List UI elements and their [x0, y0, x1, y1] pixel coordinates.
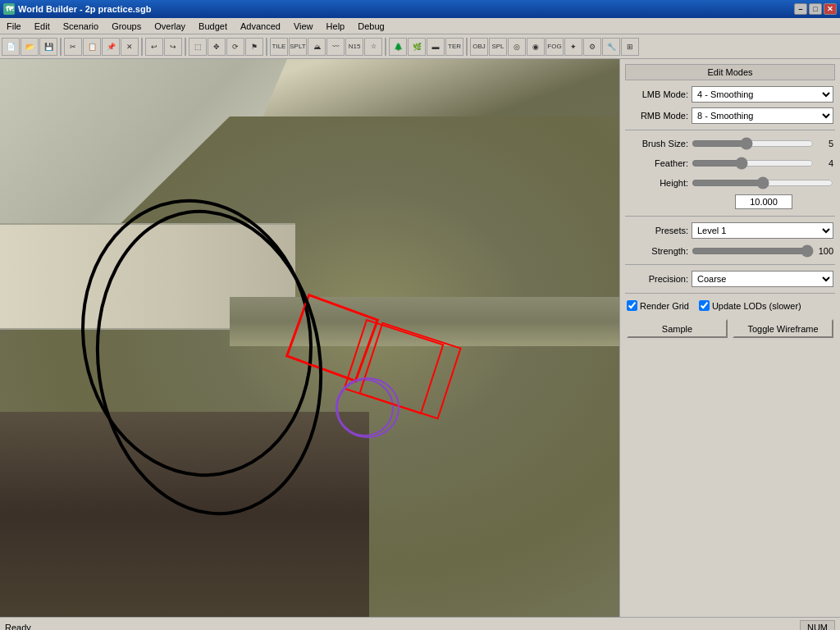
toolbar-paste[interactable]: 📌: [102, 38, 120, 56]
titlebar-buttons: – □ ✕: [794, 3, 837, 15]
feather-row: Feather: 4: [627, 156, 833, 171]
toolbar-save[interactable]: 💾: [39, 38, 57, 56]
toolbar-sep-3: [185, 38, 186, 56]
toolbar-delete[interactable]: ✕: [121, 38, 139, 56]
divider-1: [625, 130, 835, 130]
brush-size-label: Brush Size:: [627, 139, 688, 148]
strength-slider[interactable]: [692, 244, 814, 258]
right-panel: Edit Modes LMB Mode: 1 - Raise/Lower 2 -…: [619, 59, 840, 617]
strength-value: 100: [817, 246, 833, 256]
toolbar-sep-4: [266, 38, 267, 56]
maximize-button[interactable]: □: [809, 3, 822, 15]
update-lods-checkbox[interactable]: [699, 300, 710, 311]
toolbar-split[interactable]: SPLT: [289, 38, 307, 56]
num-lock-indicator: NUM: [800, 620, 835, 631]
toolbar-undo[interactable]: ↩: [145, 38, 163, 56]
menu-overlay[interactable]: Overlay: [148, 20, 192, 33]
rmb-mode-row: RMB Mode: 5 - Raise/Lower 6 - Flatten 7 …: [627, 107, 833, 124]
toolbar-sep-2: [141, 38, 143, 56]
menubar: File Edit Scenario Groups Overlay Budget…: [0, 18, 840, 34]
rmb-mode-select[interactable]: 5 - Raise/Lower 6 - Flatten 7 - Noise 8 …: [692, 107, 833, 124]
toggle-wireframe-button[interactable]: Toggle Wireframe: [733, 319, 833, 338]
menu-advanced[interactable]: Advanced: [234, 20, 287, 33]
menu-file[interactable]: File: [0, 20, 28, 33]
height-input[interactable]: [735, 194, 792, 209]
render-grid-checkbox[interactable]: [627, 300, 637, 311]
toolbar-fog[interactable]: FOG: [546, 38, 564, 56]
toolbar-ter[interactable]: TER: [445, 38, 463, 56]
action-buttons-row: Sample Toggle Wireframe: [627, 319, 833, 338]
lmb-mode-select[interactable]: 1 - Raise/Lower 2 - Flatten 3 - Noise 4 …: [692, 86, 833, 103]
height-slider[interactable]: [692, 176, 833, 190]
menu-view[interactable]: View: [287, 20, 320, 33]
precision-label: Precision:: [627, 274, 688, 284]
toolbar-water[interactable]: 〰: [326, 38, 345, 56]
edit-modes-header: Edit Modes: [625, 64, 835, 80]
feather-slider[interactable]: [692, 156, 814, 171]
main-area: Edit Modes LMB Mode: 1 - Raise/Lower 2 -…: [0, 59, 840, 617]
toolbar-terrain[interactable]: ⛰: [308, 38, 326, 56]
minimize-button[interactable]: –: [794, 3, 807, 15]
toolbar-env1[interactable]: ◎: [508, 38, 526, 56]
close-button[interactable]: ✕: [824, 3, 837, 15]
menu-groups[interactable]: Groups: [105, 20, 148, 33]
menu-scenario[interactable]: Scenario: [57, 20, 105, 33]
titlebar: 🗺 World Builder - 2p practice.sgb – □ ✕: [0, 0, 840, 18]
toolbar-flag[interactable]: ⚑: [245, 38, 263, 56]
toolbar-fx3[interactable]: 🔧: [602, 38, 620, 56]
height-label: Height:: [627, 178, 688, 188]
toolbar-bar[interactable]: ▬: [427, 38, 445, 56]
presets-label: Presets:: [627, 226, 688, 235]
toolbar-obj1[interactable]: OBJ: [470, 38, 488, 56]
toolbar-new[interactable]: 📄: [2, 38, 20, 56]
presets-row: Presets: Level 1 Level 2 Level 3 Level 4: [627, 222, 833, 239]
toolbar-rotate[interactable]: ⟳: [226, 38, 244, 56]
toolbar-n2[interactable]: ☆: [364, 38, 382, 56]
strength-row: Strength: 100: [627, 244, 833, 258]
precision-select[interactable]: Coarse Fine Very Fine: [692, 271, 833, 287]
divider-2: [625, 216, 835, 217]
toolbar-sep-6: [466, 38, 468, 56]
brush-size-slider[interactable]: [692, 136, 814, 151]
brush-size-value: 5: [817, 139, 833, 148]
toolbar-grass[interactable]: 🌿: [408, 38, 426, 56]
rmb-mode-dropdown-wrap: 5 - Raise/Lower 6 - Flatten 7 - Noise 8 …: [692, 107, 833, 124]
update-lods-label: Update LODs (slower): [712, 301, 801, 311]
strength-label: Strength:: [627, 246, 688, 256]
toolbar-copy[interactable]: 📋: [83, 38, 101, 56]
toolbar-cut[interactable]: ✂: [64, 38, 82, 56]
toolbar-env2[interactable]: ◉: [527, 38, 545, 56]
menu-edit[interactable]: Edit: [28, 20, 57, 33]
sample-button[interactable]: Sample: [627, 319, 728, 338]
toolbar-tree[interactable]: 🌲: [389, 38, 407, 56]
divider-4: [625, 293, 835, 294]
toolbar-tile[interactable]: TILE: [270, 38, 288, 56]
presets-select[interactable]: Level 1 Level 2 Level 3 Level 4: [692, 222, 833, 239]
rmb-mode-label: RMB Mode:: [627, 111, 688, 121]
canvas-area[interactable]: [0, 59, 619, 617]
toolbar-more[interactable]: ⊞: [621, 38, 639, 56]
brush-size-row: Brush Size: 5: [627, 136, 833, 151]
app-icon: 🗺: [3, 3, 15, 15]
toolbar-spl[interactable]: SPL: [489, 38, 507, 56]
toolbar-select[interactable]: ⬚: [189, 38, 207, 56]
toolbar: 📄 📂 💾 ✂ 📋 📌 ✕ ↩ ↪ ⬚ ✥ ⟳ ⚑ TILE SPLT ⛰ 〰 …: [0, 34, 840, 59]
lmb-mode-label: LMB Mode:: [627, 89, 688, 99]
toolbar-n1[interactable]: N15: [345, 38, 363, 56]
toolbar-move[interactable]: ✥: [208, 38, 226, 56]
menu-budget[interactable]: Budget: [192, 20, 234, 33]
feather-value: 4: [817, 158, 833, 168]
status-text: Ready: [5, 623, 800, 631]
feather-label: Feather:: [627, 158, 688, 168]
toolbar-fx1[interactable]: ✦: [564, 38, 582, 56]
toolbar-fx2[interactable]: ⚙: [583, 38, 601, 56]
precision-row: Precision: Coarse Fine Very Fine: [627, 271, 833, 287]
menu-help[interactable]: Help: [320, 20, 352, 33]
toolbar-redo[interactable]: ↪: [164, 38, 182, 56]
toolbar-sep-1: [60, 38, 62, 56]
menu-debug[interactable]: Debug: [351, 20, 390, 33]
height-row: Height:: [627, 176, 833, 190]
purple-marker: [336, 379, 394, 436]
presets-dropdown-wrap: Level 1 Level 2 Level 3 Level 4: [692, 222, 833, 239]
toolbar-open[interactable]: 📂: [21, 38, 39, 56]
